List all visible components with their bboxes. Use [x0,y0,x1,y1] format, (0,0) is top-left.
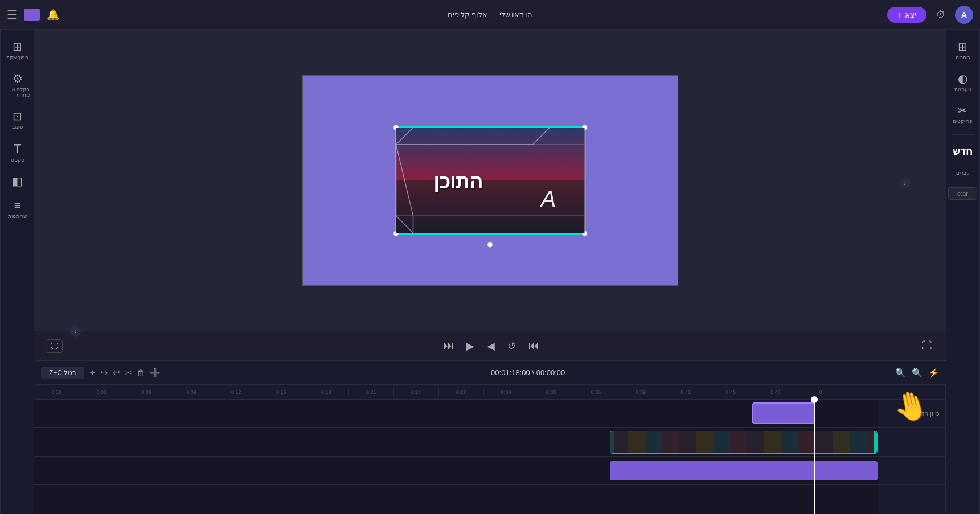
controls-right: ⛶ [46,339,63,353]
mark-16: 0:03 [79,388,124,396]
topbar: A ⏱ יצא ↑ הוידאו שלי אלוף קליפים 🔔 ☰ [0,0,980,30]
export-button[interactable]: יצא ↑ [887,7,926,23]
expand-button[interactable]: ⛶ [920,338,934,354]
sidebar-label-services: שרותמות [8,213,27,219]
sidebar-item-projects[interactable]: ✂ פרויקטים [948,99,978,129]
zoom-in-button[interactable]: 🔍 [895,368,906,378]
sidebar-item-flip[interactable]: ⊞ הפוך שקף [3,35,32,65]
sidebar-item-media[interactable]: ◧ [3,170,32,192]
timeline: ⚡ 🔍 🔍 00:00:00 \ 00:01:18:00 ➕ 🗑 ✂ ↩ ↪ ✦ [34,360,946,514]
sidebar-item-design[interactable]: ⊡ עיצוב [3,105,32,134]
clip-title[interactable] [752,402,815,424]
mark-17: 0:00 [34,388,79,396]
sidebar-label-text: טקסט [11,157,24,163]
mark-3: 0:42 [663,388,708,396]
cut-button[interactable]: ✂ [125,368,132,378]
services-icon: ≡ [14,199,21,212]
sidebar-label-effects: הקלם & כותרת [5,87,30,98]
sidebar-label-flip: הפוך שקף [6,55,29,60]
mark-5: 0:36 [573,388,618,396]
screen-expand-button[interactable]: ⛶ [46,339,63,353]
canvas-area: התוכן A › ‹ ⛶ ⏮ ↺ ◀ ▶ ⏭ ⛶ [34,30,946,514]
split-button[interactable]: ⚡ [928,368,939,378]
timeline-content: 0 0:48 0:45 0:42 0:39 0:36 0:33 0:30 0:2… [34,385,878,514]
rewind-button[interactable]: ↺ [505,338,518,355]
nav-clips[interactable]: אלוף קליפים [448,10,488,19]
notification-button[interactable]: 🔔 [47,9,59,21]
mark-1: 0:48 [753,388,798,396]
playhead-head [811,396,818,403]
main-layout: ⊞ כותרות ◐ טעמנות ✂ פרויקטים חדש עברים e… [0,30,980,514]
track-row-video [34,428,878,457]
mark-12: 0:15 [259,388,304,396]
timeline-toolbar-right: ➕ 🗑 ✂ ↩ ↪ ✦ בטל Z+C [41,367,161,379]
nav-my-videos[interactable]: הוידאו שלי [499,10,533,19]
topbar-left: A ⏱ יצא ↑ [887,6,973,24]
skip-forward-button[interactable]: ⏭ [441,338,456,354]
clip-thumbnail-strip [610,431,877,453]
effects-icon: ⚙ [13,72,23,85]
search-box[interactable]: e:ar [948,187,977,200]
play-back-button[interactable]: ◀ [485,338,497,355]
video-thumbnail: התוכן A [396,128,584,233]
mark-9: 0:24 [394,388,439,396]
mark-4: 0:39 [618,388,663,396]
timeline-ruler: 0 0:48 0:45 0:42 0:39 0:36 0:33 0:30 0:2… [34,385,878,400]
ruler-spacer [878,385,945,400]
track-row-text [34,457,878,485]
hebrew-text: התוכן [433,170,483,194]
right-collapse-arrow[interactable]: ‹ [899,178,911,189]
topbar-center: הוידאו שלי אלוף קליפים [448,10,532,19]
mark-15: 0:06 [124,388,169,396]
mark-6: 0:33 [528,388,573,396]
avatar[interactable]: A [955,6,973,24]
mark-0: 0 [798,388,843,396]
ruler-marks: 0 0:48 0:45 0:42 0:39 0:36 0:33 0:30 0:2… [34,388,843,396]
sidebar-new-label: חדש [950,141,975,162]
sidebar-label-design: עיצוב [12,124,23,130]
controls-center: ⏮ ↺ ◀ ▶ ⏭ [441,338,541,355]
clip-text[interactable] [610,461,878,480]
flip-icon: ⊞ [13,40,22,54]
redo-button[interactable]: ↪ [101,368,108,378]
sidebar-item-textures[interactable]: ◐ טעמנות [948,67,978,97]
letter-a: A [541,186,556,212]
sidebar-item-transitions[interactable]: עברים [948,165,978,180]
zoom-out-button[interactable]: 🔍 [912,368,922,378]
delete-button[interactable]: 🗑 [137,368,145,377]
sidebar-item-text[interactable]: T טקסט [3,137,32,167]
add-track-button[interactable]: ➕ [150,368,161,378]
playhead[interactable] [814,400,815,514]
handle-rotate[interactable] [487,242,493,248]
time-display: 00:00:00 \ 00:01:18:00 [491,368,565,377]
sidebar-item-effects[interactable]: ⚙ הקלם & כותרת [3,67,32,102]
sidebar-item-services[interactable]: ≡ שרותמות [3,195,32,224]
magic-button[interactable]: ✦ [89,368,96,378]
sidebar-divider [952,134,974,135]
timeline-body: כיוון חדש - T 0 0:48 0:45 0:42 0:39 [34,385,946,514]
mark-10: 0:21 [349,388,394,396]
mark-13: 0:12 [214,388,259,396]
left-sidebar: ⊞ כותרות ◐ טעמנות ✂ פרויקטים חדש עברים e… [946,30,980,514]
folder-icon[interactable] [24,9,40,21]
undo-label-button[interactable]: בטל Z+C [41,367,84,379]
track-label-audio [878,457,945,485]
left-collapse-arrow[interactable]: › [69,326,81,337]
mark-11: 0:18 [304,388,349,396]
clip-video[interactable] [610,431,878,454]
search-area: e:ar [946,183,979,204]
canvas-container[interactable]: התוכן A [34,30,946,331]
sidebar-label-projects: פרויקטים [953,118,973,124]
menu-button[interactable]: ☰ [7,8,17,22]
skip-back-button[interactable]: ⏮ [526,338,541,354]
svg-marker-0 [396,128,550,145]
history-button[interactable]: ⏱ [932,6,949,23]
track-label-video [878,428,945,457]
undo-button[interactable]: ↩ [113,368,120,378]
clip-right-handle[interactable] [874,431,877,453]
sidebar-item-titles[interactable]: ⊞ כותרות [948,35,978,65]
mark-8: 0:27 [439,388,484,396]
play-forward-button[interactable]: ▶ [464,338,477,355]
design-icon: ⊡ [13,109,22,123]
mark-2: 0:45 [708,388,753,396]
